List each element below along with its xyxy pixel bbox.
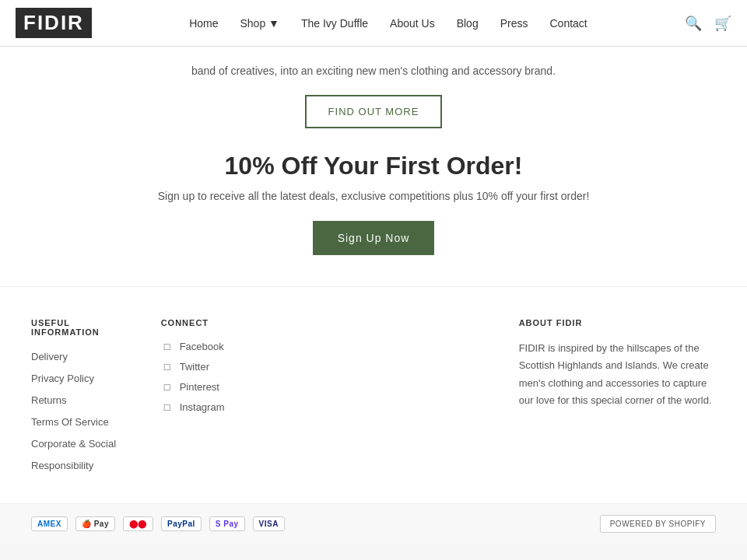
pinterest-link[interactable]: Pinterest [180, 381, 219, 393]
promo-subtext: Sign up to receive all the latest deals,… [31, 190, 716, 202]
footer-link-returns[interactable]: Returns [31, 394, 67, 406]
main-content: band of creatives, into an exciting new … [0, 47, 747, 286]
shopify-pay-icon: S Pay [209, 516, 245, 531]
cart-icon[interactable]: 🛒 [714, 15, 731, 32]
footer-link-privacy[interactable]: Privacy Policy [31, 373, 94, 384]
footer-link-terms[interactable]: Terms Of Service [31, 416, 109, 428]
footer-about: ABOUT FIDIR FIDIR is inspired by the hil… [519, 318, 716, 480]
facebook-link[interactable]: Facebook [180, 341, 224, 352]
paypal-icon: PayPal [161, 516, 202, 531]
logo[interactable]: FIDIR [16, 8, 92, 38]
footer-link-delivery[interactable]: Delivery [31, 351, 68, 362]
navigation: FIDIR Home Shop ▼ The Ivy Duffle About U… [0, 0, 747, 47]
about-heading: ABOUT FIDIR [519, 318, 716, 327]
nav-contact[interactable]: Contact [550, 17, 587, 30]
powered-by-shopify: POWERED BY SHOPIFY [600, 515, 716, 533]
nav-ivy-duffle[interactable]: The Ivy Duffle [301, 17, 368, 30]
nav-shop[interactable]: Shop ▼ [240, 17, 279, 30]
footer-useful-info: USEFUL INFORMATION Delivery Privacy Poli… [31, 318, 130, 480]
facebook-icon: □ [161, 340, 174, 352]
search-icon[interactable]: 🔍 [685, 15, 702, 32]
footer-link-corporate[interactable]: Corporate & Social [31, 438, 116, 450]
about-fidir-text: FIDIR is inspired by the hillscapes of t… [519, 340, 716, 408]
promo-heading: 10% Off Your First Order! [31, 152, 716, 180]
instagram-icon: □ [161, 401, 174, 413]
footer-connect: CONNECT □ Facebook □ Twitter □ Pinterest… [161, 318, 260, 480]
twitter-link[interactable]: Twitter [180, 361, 209, 373]
signup-button[interactable]: Sign Up Now [313, 221, 435, 255]
twitter-icon: □ [161, 360, 174, 373]
nav-right: 🔍 🛒 [685, 15, 731, 32]
nav-press[interactable]: Press [500, 17, 528, 30]
footer-main: USEFUL INFORMATION Delivery Privacy Poli… [0, 286, 747, 503]
amex-icon: AMEX [31, 516, 68, 531]
bottom-space [0, 544, 747, 560]
payment-icons: AMEX 🍎 Pay ⬤⬤ PayPal S Pay VISA [31, 516, 285, 531]
apple-pay-icon: 🍎 Pay [75, 516, 115, 531]
footer-spacer [290, 318, 487, 480]
useful-links-list: Delivery Privacy Policy Returns Terms Of… [31, 349, 130, 472]
nav-home[interactable]: Home [189, 17, 218, 30]
useful-info-heading: USEFUL INFORMATION [31, 318, 130, 337]
pinterest-icon: □ [161, 380, 174, 393]
connect-links-list: □ Facebook □ Twitter □ Pinterest □ Insta… [161, 340, 260, 413]
nav-about[interactable]: About Us [390, 17, 435, 30]
visa-icon: VISA [253, 516, 285, 531]
mastercard-icon: ⬤⬤ [123, 516, 153, 531]
nav-blog[interactable]: Blog [457, 17, 479, 30]
intro-text: band of creatives, into an exciting new … [179, 62, 568, 79]
footer-link-responsibility[interactable]: Responsibility [31, 460, 93, 471]
instagram-link[interactable]: Instagram [180, 401, 225, 413]
nav-links: Home Shop ▼ The Ivy Duffle About Us Blog… [189, 16, 587, 30]
footer-bottom: AMEX 🍎 Pay ⬤⬤ PayPal S Pay VISA POWERED … [0, 503, 747, 544]
find-out-more-button[interactable]: FIND OUT MORE [305, 95, 443, 128]
connect-heading: CONNECT [161, 318, 260, 327]
